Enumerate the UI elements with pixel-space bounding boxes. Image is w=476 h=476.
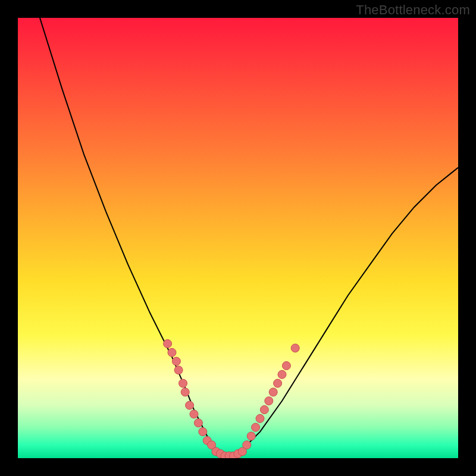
scatter-group (164, 340, 300, 458)
outer-frame: TheBottleneck.com (0, 0, 476, 476)
data-point (181, 388, 189, 396)
data-point (269, 388, 277, 396)
data-point (260, 406, 268, 414)
data-point (179, 379, 187, 387)
data-point (164, 340, 172, 348)
data-point (278, 370, 286, 378)
data-point (243, 441, 251, 449)
watermark-text: TheBottleneck.com (356, 2, 470, 18)
data-point (174, 366, 183, 374)
data-point (172, 357, 180, 365)
data-point (282, 362, 290, 370)
data-point (274, 379, 282, 387)
chart-svg (18, 18, 458, 458)
data-point (252, 423, 260, 431)
plot-area (18, 18, 458, 458)
data-point (190, 410, 198, 418)
data-point (291, 344, 299, 352)
data-point (247, 432, 255, 440)
data-point (256, 414, 264, 422)
data-point (168, 348, 176, 356)
data-point (199, 428, 207, 436)
bottleneck-curve (40, 18, 458, 458)
data-point (265, 397, 273, 405)
data-point (194, 419, 202, 427)
data-point (186, 401, 194, 409)
